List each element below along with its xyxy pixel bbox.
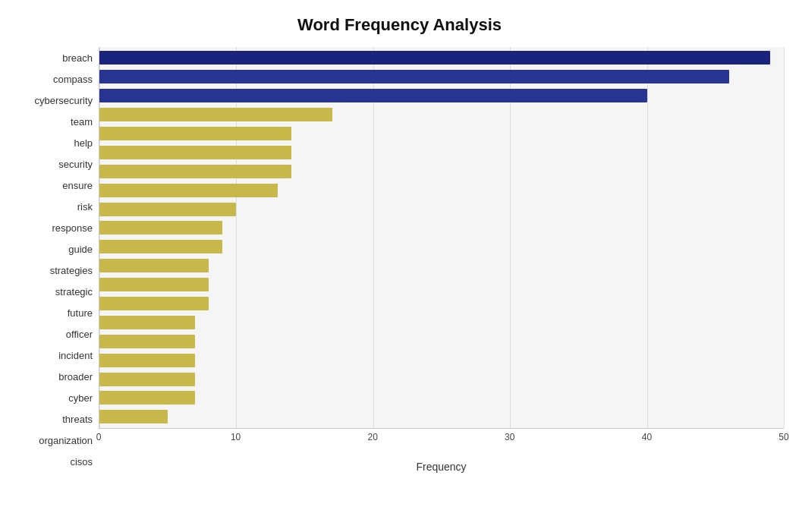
bar-organization [99,391,195,405]
bar-cisos [99,410,168,423]
bar-help [99,127,291,140]
y-label-security: security [15,156,93,172]
y-label-breach: breach [15,49,93,66]
bar-response [99,203,236,216]
bar-broader [99,335,195,348]
bar-cyber [99,354,195,367]
y-label-compass: compass [15,71,93,87]
y-label-incident: incident [15,348,93,364]
bar-row-threats [99,371,784,388]
bar-threats [99,373,195,386]
y-label-officer: officer [15,326,93,343]
x-tick-10: 10 [231,432,241,442]
bar-row-incident [99,314,784,331]
y-label-strategies: strategies [15,262,93,279]
bar-row-officer [99,295,784,312]
y-label-response: response [15,219,93,236]
x-axis: 01020304050 [99,429,784,459]
bar-compass [99,70,729,83]
y-label-risk: risk [15,198,93,215]
x-ticks-container: 01020304050 [99,429,784,444]
bar-strategies [99,240,222,253]
y-label-guide: guide [15,241,93,257]
chart-title: Word Frequency Analysis [15,15,784,35]
bar-row-ensure [99,163,784,180]
grid-line [784,47,785,428]
bar-ensure [99,165,291,178]
y-label-cybersecurity: cybersecurity [15,92,93,109]
bar-row-future [99,276,784,293]
x-tick-50: 50 [779,432,788,442]
y-label-cyber: cyber [15,390,93,407]
y-label-ensure: ensure [15,177,93,194]
y-label-cisos: cisos [15,454,93,471]
bar-strategic [99,259,209,272]
y-axis: breachcompasscybersecurityteamhelpsecuri… [15,47,99,473]
bar-row-compass [99,68,784,85]
x-tick-40: 40 [642,432,652,442]
bar-row-cybersecurity [99,87,784,104]
x-tick-20: 20 [368,432,378,442]
bar-security [99,146,291,159]
y-label-strategic: strategic [15,284,93,301]
bar-guide [99,221,222,235]
y-label-team: team [15,113,93,130]
x-tick-30: 30 [505,432,514,442]
bar-breach [99,51,770,65]
bar-risk [99,184,278,197]
y-label-broader: broader [15,369,93,386]
bar-row-cyber [99,352,784,369]
chart-area: breachcompasscybersecurityteamhelpsecuri… [15,47,784,473]
bar-row-cisos [99,408,784,425]
bars-wrapper [99,47,784,428]
bars-section [99,47,784,429]
bars-and-x: 01020304050 Frequency [99,47,784,473]
x-axis-label: Frequency [99,461,784,473]
bar-team [99,108,332,121]
bar-row-response [99,201,784,218]
bar-row-risk [99,182,784,199]
bar-future [99,278,209,291]
y-label-organization: organization [15,433,93,449]
bar-row-guide [99,219,784,236]
y-label-threats: threats [15,411,93,428]
bar-row-strategies [99,238,784,255]
y-label-future: future [15,305,93,322]
chart-container: Word Frequency Analysis breachcompasscyb… [0,0,799,532]
bar-row-breach [99,49,784,66]
bar-row-team [99,106,784,123]
bar-cybersecurity [99,89,647,102]
bar-incident [99,316,195,329]
bar-row-strategic [99,257,784,274]
bar-officer [99,297,209,310]
y-label-help: help [15,134,93,151]
bar-row-broader [99,333,784,350]
bar-row-organization [99,389,784,406]
bar-row-security [99,144,784,161]
x-tick-0: 0 [96,432,102,442]
bar-row-help [99,125,784,142]
